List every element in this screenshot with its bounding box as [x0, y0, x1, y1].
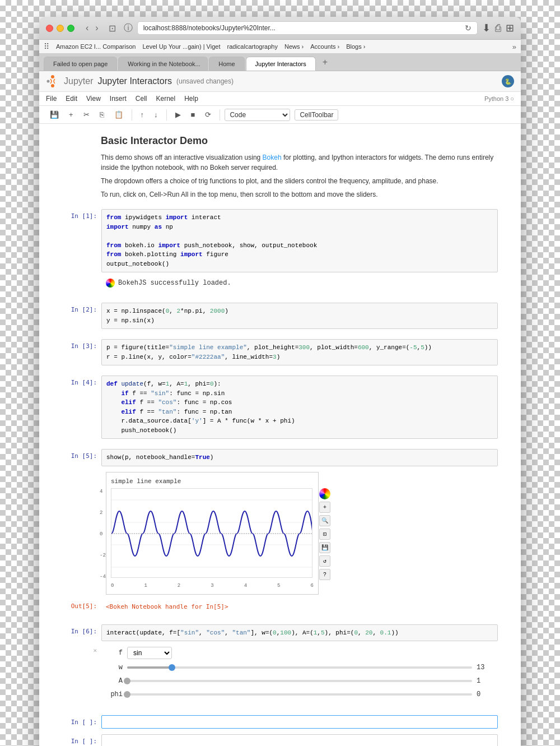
add-cell-button[interactable]: + [65, 108, 77, 121]
back-button[interactable]: ‹ [83, 22, 91, 34]
url-bar[interactable]: localhost:8888/notebooks/Jupyter%20Inter… [137, 21, 478, 35]
widget-label-a: A [106, 676, 123, 686]
demo-title: Basic Interactor Demo [101, 135, 498, 147]
demo-desc-1: This demo shows off an interactive visua… [101, 152, 498, 173]
cell-6-widgets: f sin cos tan w [101, 645, 498, 705]
box-tool-icon[interactable]: ⊡ [319, 529, 330, 540]
tab-home[interactable]: Home [209, 57, 244, 71]
jupyter-logo-icon [46, 75, 59, 88]
widget-dropdown-f[interactable]: sin cos tan [127, 647, 172, 659]
reset-tool-icon[interactable]: ↺ [319, 555, 330, 567]
view-button[interactable]: ⊡ [105, 22, 119, 35]
url-text: localhost:8888/notebooks/Jupyter%20Inter… [143, 24, 276, 32]
tab-working-label: Working in the Notebook... [128, 61, 200, 67]
bokeh-link[interactable]: Bokeh [263, 154, 282, 161]
bookmarks-more[interactable]: » [512, 43, 516, 51]
bokeh-loaded-text: BokehJS successfully loaded. [118, 278, 231, 288]
cell-2-code[interactable]: x = np.linspace(0, 2*np.pi, 2000) y = np… [101, 303, 498, 329]
share-icon[interactable]: ⎙ [495, 22, 501, 34]
forward-button[interactable]: › [93, 22, 100, 34]
widget-row-f: f sin cos tan [106, 647, 493, 659]
minimize-window-button[interactable] [57, 25, 64, 32]
widget-row-phi: phi 0 [106, 689, 493, 699]
download-icon[interactable]: ⬇ [482, 22, 491, 34]
cut-cell-button[interactable]: ✂ [80, 108, 94, 121]
close-window-button[interactable] [46, 25, 53, 32]
chart-container: simple line example 420-2-4 [106, 472, 319, 595]
widget-slider-w[interactable] [127, 663, 472, 672]
out5-text: <Bokeh Notebook handle for In[5]> [106, 603, 228, 610]
move-up-button[interactable]: ↑ [137, 108, 148, 121]
chart-wrapper: simple line example 420-2-4 [106, 472, 493, 595]
restart-button[interactable]: ⟳ [201, 108, 215, 121]
notebook-name[interactable]: Jupyter Interactors [97, 76, 172, 86]
tab-working[interactable]: Working in the Notebook... [118, 57, 208, 71]
move-down-button[interactable]: ↓ [150, 108, 162, 121]
menu-bar: File Edit View Insert Cell Kernel Help P… [39, 92, 521, 106]
menu-file[interactable]: File [46, 93, 57, 104]
menu-edit[interactable]: Edit [66, 93, 77, 104]
toolbar-separator [132, 109, 132, 121]
chart-title: simple line example [111, 477, 314, 486]
slider-thumb-w[interactable] [169, 664, 175, 671]
empty-cell-2: In [ ]: [62, 734, 498, 746]
help-tool-icon[interactable]: ? [319, 569, 330, 580]
python-badge: 🐍 [502, 75, 514, 87]
cell-6: In [6]: interact(update, f=["sin", "cos"… [62, 624, 498, 642]
browser-window: ‹ › ⊡ ⓘ localhost:8888/notebooks/Jupyter… [39, 17, 521, 746]
save-button[interactable]: 💾 [46, 108, 63, 121]
paste-cell-button[interactable]: 📋 [110, 108, 127, 121]
tab-failed[interactable]: Failed to open page [44, 57, 117, 71]
jupyter-name: Jupyter [64, 76, 93, 86]
menu-insert[interactable]: Insert [110, 93, 127, 104]
bookmark-ec2[interactable]: Amazon EC2 I... Comparison [56, 43, 136, 50]
widget-slider-phi[interactable] [127, 690, 472, 699]
pan-tool-icon[interactable]: + [319, 502, 330, 513]
interrupt-button[interactable]: ■ [187, 108, 199, 121]
reload-icon[interactable]: ↻ [465, 24, 472, 33]
bookmark-news[interactable]: News › [284, 43, 304, 50]
menu-cell[interactable]: Cell [136, 93, 147, 104]
widget-value-w: 13 [477, 662, 493, 673]
bookmark-levelup[interactable]: Level Up Your ...gain) | Viget [142, 43, 220, 50]
empty-cell-1: In [ ]: [62, 715, 498, 729]
expand-icon[interactable]: ⊞ [506, 22, 514, 34]
toolbar-separator-3 [220, 109, 220, 121]
info-button[interactable]: ⓘ [124, 22, 133, 34]
save-tool-icon[interactable]: 💾 [319, 542, 330, 553]
cell-3-label: In [3]: [62, 339, 101, 365]
tab-jupyter[interactable]: Jupyter Interactors [246, 57, 316, 71]
menu-view[interactable]: View [86, 93, 101, 104]
empty-cell-2-content[interactable] [101, 734, 498, 746]
svg-point-1 [51, 84, 54, 87]
new-tab-button[interactable]: + [317, 54, 333, 71]
nav-buttons: ‹ › [83, 22, 101, 34]
widget-slider-a[interactable] [127, 677, 472, 685]
demo-desc-2: The dropdown offers a choice of trig fun… [101, 176, 498, 186]
zoom-tool-icon[interactable]: 🔍 [319, 515, 330, 526]
cell-6-code[interactable]: interact(update, f=["sin", "cos", "tan"]… [101, 624, 498, 642]
cell-4-code[interactable]: def update(f, w=1, A=1, phi=0): if f == … [101, 376, 498, 439]
run-button[interactable]: ▶ [171, 108, 185, 121]
bookmark-blogs[interactable]: Blogs › [346, 43, 365, 50]
menu-help[interactable]: Help [184, 93, 198, 104]
cell-1-code[interactable]: from ipywidgets import interact import n… [101, 209, 498, 272]
cell-toolbar-button[interactable]: CellToolbar [295, 109, 338, 121]
slider-thumb-phi[interactable] [124, 691, 130, 698]
y-axis-labels: 420-2-4 [100, 488, 106, 581]
bookmark-radical[interactable]: radicalcartography [227, 43, 278, 50]
chart-tools: + 🔍 ⊡ 💾 ↺ ? [319, 488, 330, 580]
demo-desc-3: To run, click on, Cell->Run All in the t… [101, 189, 498, 200]
bookmark-accounts[interactable]: Accounts › [310, 43, 339, 50]
slider-thumb-a[interactable] [124, 678, 130, 684]
cell-type-select[interactable]: Code Markdown Raw NBConvert [225, 109, 290, 121]
cell-6-output-label: ✕ [62, 645, 101, 705]
maximize-window-button[interactable] [67, 25, 74, 32]
copy-cell-button[interactable]: ⎘ [96, 108, 108, 121]
jupyter-header: Jupyter Jupyter Interactors (unsaved cha… [39, 71, 521, 92]
cell-5-code[interactable]: show(p, notebook_handle=True) [101, 449, 498, 466]
grid-icon[interactable]: ⠿ [44, 42, 49, 51]
empty-cell-1-content[interactable] [101, 715, 498, 729]
cell-3-code[interactable]: p = figure(title="simple line example", … [101, 339, 498, 365]
menu-kernel[interactable]: Kernel [156, 93, 176, 104]
